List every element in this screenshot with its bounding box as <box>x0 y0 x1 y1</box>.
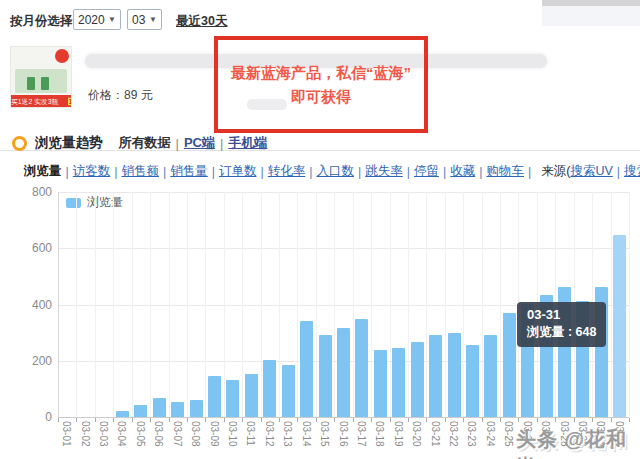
source-search-uv[interactable]: 搜索UV <box>570 163 612 180</box>
gridline-vertical <box>205 192 206 417</box>
bar-03-31[interactable] <box>613 235 626 417</box>
source-label: 来源( <box>541 163 570 180</box>
x-axis-label-03-05: 03-05 <box>135 421 146 447</box>
bar-03-23[interactable] <box>466 345 479 417</box>
tab-pc[interactable]: PC端 <box>184 134 215 152</box>
tab-mobile[interactable]: 手机端 <box>228 134 267 152</box>
x-axis-tick <box>371 418 372 422</box>
x-axis-label-03-25: 03-25 <box>503 421 514 447</box>
bar-03-11[interactable] <box>245 374 258 417</box>
bar-03-18[interactable] <box>374 350 387 417</box>
gridline-vertical <box>297 192 298 417</box>
bar-03-19[interactable] <box>392 348 405 417</box>
y-axis-tick-label: 400 <box>16 298 52 312</box>
y-axis-tick-label: 0 <box>16 410 52 424</box>
orange-ring-icon <box>12 136 27 151</box>
x-axis-label-03-04: 03-04 <box>116 421 127 447</box>
bar-03-16[interactable] <box>337 328 350 417</box>
metric-pageviews-selected[interactable]: 浏览量 <box>24 163 62 180</box>
x-axis-tick <box>261 418 262 422</box>
bar-03-21[interactable] <box>429 335 442 417</box>
gridline-vertical <box>150 192 151 417</box>
gridline-vertical <box>316 192 317 417</box>
metric-cart[interactable]: 购物车 <box>487 163 525 180</box>
metric-stay[interactable]: 停留 <box>414 163 439 180</box>
legend-swatch <box>66 198 81 208</box>
y-axis-tick-label: 800 <box>16 185 52 199</box>
x-axis-label-03-11: 03-11 <box>245 421 256 446</box>
gridline-vertical <box>132 192 133 417</box>
metric-conversion[interactable]: 转化率 <box>268 163 306 180</box>
bar-03-05[interactable] <box>134 405 147 417</box>
metric-orders[interactable]: 订单数 <box>219 163 257 180</box>
bar-03-15[interactable] <box>319 335 332 417</box>
recent-30-days-link[interactable]: 最近30天 <box>176 13 227 30</box>
gridline-vertical <box>390 192 391 417</box>
x-axis-tick <box>463 418 464 422</box>
tab-all-data[interactable]: 所有数据 <box>119 134 171 152</box>
year-select-value: 2020 <box>78 13 105 27</box>
metric-sales-volume[interactable]: 销售量 <box>170 163 208 180</box>
promo-strip: 买1送2 实发3瓶 13.3 <box>11 95 72 107</box>
tooltip-value: 浏览量 : 648 <box>527 324 596 341</box>
bar-03-17[interactable] <box>355 319 368 417</box>
annotation-red-box: 最新蓝海产品，私信“蓝海”即可获得 <box>214 36 428 133</box>
x-axis-tick <box>132 418 133 422</box>
bar-03-24[interactable] <box>484 335 497 417</box>
bar-03-13[interactable] <box>282 365 295 417</box>
product-thumbnail[interactable]: 买1送2 实发3瓶 13.3 <box>10 46 72 108</box>
metric-entries[interactable]: 入口数 <box>317 163 355 180</box>
x-axis-tick <box>390 418 391 422</box>
gridline-vertical <box>279 192 280 417</box>
x-axis-tick <box>187 418 188 422</box>
x-axis-tick <box>500 418 501 422</box>
bar-03-10[interactable] <box>226 380 239 417</box>
x-axis-label-03-21: 03-21 <box>430 421 441 447</box>
month-select[interactable]: 03 ▼ <box>127 9 162 30</box>
separator: | <box>407 165 410 179</box>
bar-03-08[interactable] <box>190 400 203 417</box>
metric-favorites[interactable]: 收藏 <box>450 163 475 180</box>
x-axis-tick <box>555 418 556 422</box>
x-axis-label-03-15: 03-15 <box>319 421 330 447</box>
month-select-value: 03 <box>132 13 145 27</box>
y-axis-tick-label: 600 <box>16 241 52 255</box>
source-search-sales[interactable]: 搜索销量 <box>624 163 640 180</box>
x-axis-label-03-08: 03-08 <box>190 421 201 447</box>
gridline-vertical <box>113 192 114 417</box>
x-axis-tick <box>334 418 335 422</box>
x-axis-label-03-24: 03-24 <box>485 421 496 447</box>
x-axis-tick <box>426 418 427 422</box>
chart-tooltip: 03-31 浏览量 : 648 <box>517 302 606 347</box>
bar-03-25[interactable] <box>503 313 516 417</box>
separator: | <box>176 136 179 151</box>
gridline-horizontal <box>58 248 629 249</box>
gridline-vertical <box>445 192 446 417</box>
metric-visitors[interactable]: 访客数 <box>73 163 111 180</box>
gridline-vertical <box>353 192 354 417</box>
x-axis-tick <box>58 418 59 422</box>
bar-03-14[interactable] <box>300 321 313 417</box>
metric-sales-amount[interactable]: 销售额 <box>122 163 160 180</box>
metric-bounce[interactable]: 跳失率 <box>365 163 403 180</box>
year-select[interactable]: 2020 ▼ <box>73 9 121 30</box>
product-image-bottle <box>41 77 49 90</box>
x-axis-label-03-16: 03-16 <box>338 421 349 447</box>
bar-03-06[interactable] <box>153 398 166 417</box>
bar-03-22[interactable] <box>448 333 461 417</box>
gridline-vertical <box>95 192 96 417</box>
x-axis-tick <box>95 418 96 422</box>
bar-03-07[interactable] <box>171 402 184 417</box>
x-axis-tick <box>445 418 446 422</box>
bar-03-20[interactable] <box>411 342 424 417</box>
bar-03-09[interactable] <box>208 376 221 417</box>
gridline-vertical <box>500 192 501 417</box>
bar-03-12[interactable] <box>263 360 276 417</box>
x-axis-tick <box>169 418 170 422</box>
gridline-vertical <box>482 192 483 417</box>
promo-text: 买1送2 实发3瓶 <box>11 96 58 105</box>
x-axis-label-03-06: 03-06 <box>153 421 164 447</box>
chevron-down-icon: ▼ <box>149 15 157 24</box>
x-axis-tick <box>537 418 538 422</box>
metric-nav: 浏览量 | 访客数 | 销售额 | 销售量 | 订单数 | 转化率 | 入口数 … <box>24 163 640 180</box>
